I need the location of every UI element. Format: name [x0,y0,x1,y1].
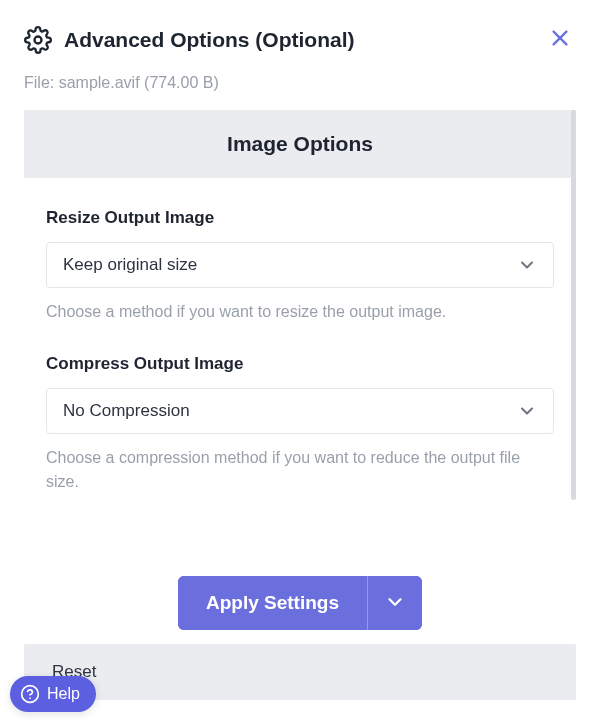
apply-dropdown-button[interactable] [367,576,422,630]
resize-field: Resize Output Image Keep original size C… [46,208,554,324]
resize-label: Resize Output Image [46,208,554,228]
action-area: Apply Settings Reset [24,576,576,700]
chevron-down-icon [517,255,537,275]
compress-select[interactable]: No Compression [46,388,554,434]
advanced-options-modal: Advanced Options (Optional) File: sample… [0,0,600,722]
help-label: Help [47,685,80,703]
compress-help: Choose a compression method if you want … [46,446,554,494]
modal-header: Advanced Options (Optional) [24,24,576,56]
compress-label: Compress Output Image [46,354,554,374]
close-icon [549,27,571,53]
file-size: (774.00 B) [144,74,219,91]
file-info: File: sample.avif (774.00 B) [24,74,576,92]
help-icon [20,684,40,704]
apply-button-group: Apply Settings [178,576,422,630]
modal-title: Advanced Options (Optional) [64,28,355,52]
compress-field: Compress Output Image No Compression Cho… [46,354,554,494]
apply-button[interactable]: Apply Settings [178,576,367,630]
options-panel: Image Options Resize Output Image Keep o… [24,110,576,536]
file-label: File: [24,74,54,91]
close-button[interactable] [544,24,576,56]
resize-select-value: Keep original size [63,255,197,275]
resize-help: Choose a method if you want to resize th… [46,300,554,324]
resize-select[interactable]: Keep original size [46,242,554,288]
section-title: Image Options [24,110,576,178]
svg-point-0 [35,37,42,44]
compress-select-value: No Compression [63,401,190,421]
chevron-down-icon [384,591,406,616]
header-left: Advanced Options (Optional) [24,26,355,54]
help-button[interactable]: Help [10,676,96,712]
gear-icon [24,26,52,54]
section-body: Resize Output Image Keep original size C… [24,178,576,536]
chevron-down-icon [517,401,537,421]
file-name: sample.avif [59,74,140,91]
scrollbar[interactable] [571,110,576,500]
reset-button[interactable]: Reset [24,644,576,700]
